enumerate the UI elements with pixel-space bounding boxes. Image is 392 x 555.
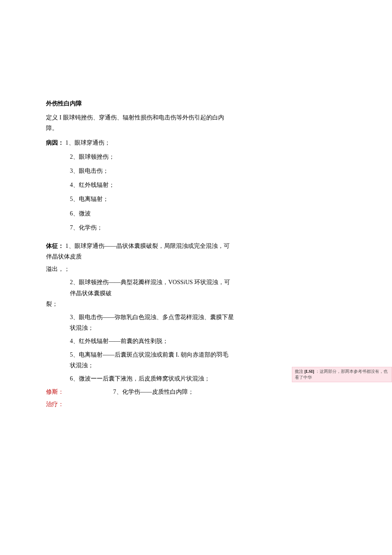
comment-colon: ： xyxy=(315,369,320,374)
comment-annotation: 批注 [LSI] ：这两部分，那两本参考书都没有，也看了中华 xyxy=(292,367,392,382)
cause-item-2: 2、眼球顿挫伤； xyxy=(46,151,234,162)
signs-label: 体征： xyxy=(46,243,64,249)
sign-item-2-line2: 裂； xyxy=(46,299,234,309)
signs-section: 体征： 1、眼球穿通伤——晶状体囊膜破裂，局限混浊或完全混浊，可伴晶状体皮质 溢… xyxy=(46,241,234,410)
causes-section: 病因： 1、眼球穿通伤； 2、眼球顿挫伤； 3、眼电击伤； 4、红外线辐射； 5… xyxy=(46,137,234,233)
sign-item-3: 3、眼电击伤——弥散乳白色混浊、多点雪花样混浊、囊膜下星状混浊； xyxy=(46,312,234,333)
cause-item-4: 4、红外线辐射； xyxy=(46,180,234,190)
cause-item-5: 5、电离辐射； xyxy=(46,194,234,204)
cause-item-3: 3、眼电击伤； xyxy=(46,166,234,176)
sign-item-7: 7、化学伤——皮质性白内障； xyxy=(66,386,194,397)
sign-item-1-line1: 1、眼球穿通伤——晶状体囊膜破裂，局限混浊或完全混浊，可伴晶状体皮质 xyxy=(46,243,230,260)
definition-text: 定义 I 眼球钝挫伤、穿通伤、辐射性损伤和电击伤等外伤引起的白内障。 xyxy=(46,112,234,134)
sign-item-1-line2: 溢出，； xyxy=(46,264,234,274)
comment-tag: [LSI] xyxy=(303,369,315,374)
sign-item-6: 6、微波一一后囊下液泡，后皮质蜂窝状或片状混浊； xyxy=(46,373,234,384)
sign-item-4: 4、红外线辐射——前囊的真性剥脱； xyxy=(46,336,234,346)
comment-prefix: 批注 xyxy=(295,369,303,374)
cause-item-6: 6、微波 xyxy=(46,208,234,219)
cause-item-1: 1、眼球穿通伤； xyxy=(66,139,110,146)
causes-label: 病因： xyxy=(46,139,64,146)
zhiliao-label: 治疗： xyxy=(46,399,234,410)
document-title: 外伤性白内障 xyxy=(46,98,234,109)
sign-item-5: 5、电离辐射——后囊斑点状混浊或前囊 I. 朝向赤道部的羽毛状混浊； xyxy=(46,349,234,371)
xiusi-label: 修斯： xyxy=(46,386,64,397)
cause-item-7: 7、化学伤； xyxy=(46,222,234,233)
sign-item-2-line1: 2、眼球顿挫伤——典型花瓣样混浊，VOSSiUS 环状混浊，可伴晶状体囊膜破 xyxy=(46,277,234,298)
